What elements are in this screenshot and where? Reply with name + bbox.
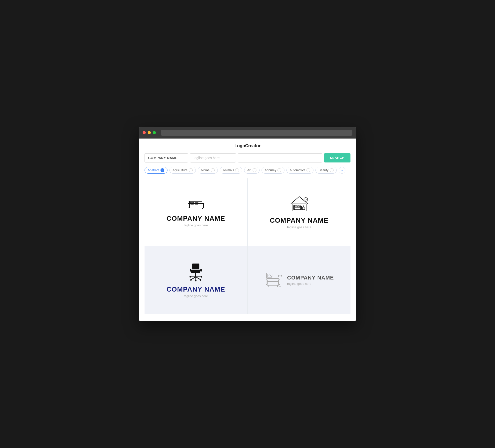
logo-4-company-name: COMPANY NAME [287,275,334,281]
category-beauty-check [330,168,333,172]
logo-1-tagline: tagline goes here [184,224,208,227]
svg-point-29 [195,280,196,281]
url-bar[interactable] [161,130,352,136]
app-header: LogoCreator [145,143,350,148]
category-agriculture-check [189,168,193,172]
category-airline[interactable]: Airline [198,167,218,174]
logo-card-1[interactable]: COMPANY NAME tagline goes here [145,178,247,246]
category-attorney[interactable]: Attorney [261,167,285,174]
app-container: LogoCreator SEARCH Abstract ✓ Agricultur… [139,139,356,321]
browser-titlebar [139,127,356,139]
category-automotive-check [306,168,310,172]
logo-4-tagline: tagline goes here [287,282,334,286]
svg-rect-32 [190,269,191,271]
browser-window: LogoCreator SEARCH Abstract ✓ Agricultur… [139,127,356,321]
company-name-input[interactable] [145,153,188,162]
category-abstract-label: Abstract [148,168,159,172]
logo-3-company-name: COMPANY NAME [166,286,225,293]
category-animals-check [235,168,239,172]
logo-2-company-name: COMPANY NAME [270,217,329,224]
svg-rect-12 [301,206,302,210]
category-agriculture-label: Agriculture [173,168,188,172]
svg-rect-16 [302,207,305,210]
keyword-input[interactable] [238,153,322,162]
logo-1-company-name: COMPANY NAME [166,215,225,223]
category-airline-label: Airline [201,168,209,172]
categories-bar: Abstract ✓ Agriculture Airline Animals A… [145,167,350,174]
category-beauty[interactable]: Beauty [316,167,336,174]
category-abstract[interactable]: Abstract ✓ [145,167,167,174]
minimize-button[interactable] [148,131,151,134]
office-chair-icon [187,262,204,282]
category-attorney-check [277,168,281,172]
category-animals-label: Animals [223,168,234,172]
category-automotive[interactable]: Automotive [286,167,314,174]
close-button[interactable] [143,131,146,134]
category-agriculture[interactable]: Agriculture [169,167,196,174]
house-bed-icon [288,195,310,213]
svg-rect-19 [192,264,199,269]
category-art-check [253,168,256,172]
svg-point-9 [304,197,308,201]
category-animals[interactable]: Animals [220,167,242,174]
svg-point-28 [200,279,201,281]
sofa-icon [264,272,284,289]
categories-next-button[interactable]: → [339,167,345,174]
logo-card-2[interactable]: COMPANY NAME tagline goes here [248,178,351,246]
svg-rect-20 [191,270,200,273]
logo-3-tagline: tagline goes here [184,294,208,298]
category-art[interactable]: Art [244,167,260,174]
category-abstract-check: ✓ [161,168,164,172]
category-automotive-label: Automotive [289,168,305,172]
svg-point-27 [190,279,192,281]
logo-grid: COMPANY NAME tagline goes here [145,178,350,314]
svg-line-22 [191,277,196,280]
logo-4-inline-wrapper: COMPANY NAME tagline goes here [264,272,334,289]
logo-card-4[interactable]: COMPANY NAME tagline goes here [248,246,351,314]
svg-rect-11 [294,205,295,210]
logo-2-tagline: tagline goes here [287,225,311,229]
category-art-label: Art [247,168,251,172]
svg-point-31 [201,276,202,278]
svg-line-23 [196,277,201,280]
svg-rect-33 [200,269,202,271]
category-beauty-label: Beauty [318,168,328,172]
bed-icon [186,196,206,211]
logo-card-3[interactable]: COMPANY NAME tagline goes here [145,246,247,314]
app-title: LogoCreator [234,143,261,148]
tagline-input[interactable] [190,153,236,162]
svg-point-30 [190,276,191,278]
search-bar: SEARCH [145,153,350,162]
category-airline-check [211,168,215,172]
maximize-button[interactable] [153,131,156,134]
search-button[interactable]: SEARCH [324,153,350,162]
logo-4-text-group: COMPANY NAME tagline goes here [287,275,334,286]
svg-rect-1 [188,201,190,208]
category-attorney-label: Attorney [265,168,276,172]
